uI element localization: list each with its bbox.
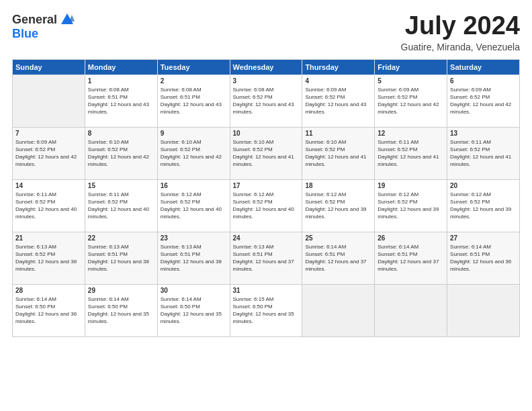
weekday-header-monday: Monday [85, 59, 157, 75]
calendar-cell [13, 75, 85, 127]
calendar-cell: 27Sunrise: 6:14 AMSunset: 6:51 PMDayligh… [447, 232, 520, 284]
header: General Blue July 2024 Guatire, Miranda,… [12, 12, 520, 52]
calendar-cell [302, 284, 375, 336]
cell-info: Sunrise: 6:08 AMSunset: 6:52 PMDaylight:… [233, 86, 300, 116]
weekday-header-sunday: Sunday [13, 59, 85, 75]
calendar-cell: 12Sunrise: 6:11 AMSunset: 6:52 PMDayligh… [375, 127, 447, 179]
calendar-cell: 2Sunrise: 6:08 AMSunset: 6:51 PMDaylight… [157, 75, 230, 127]
calendar-cell [447, 284, 520, 336]
day-number: 7 [15, 130, 82, 137]
week-row-1: 1Sunrise: 6:08 AMSunset: 6:51 PMDaylight… [13, 75, 520, 127]
cell-info: Sunrise: 6:09 AMSunset: 6:52 PMDaylight:… [378, 86, 444, 116]
logo-general: General [12, 13, 57, 27]
day-number: 6 [450, 77, 517, 85]
cell-info: Sunrise: 6:13 AMSunset: 6:52 PMDaylight:… [15, 243, 82, 273]
day-number: 4 [305, 77, 371, 85]
calendar-cell: 16Sunrise: 6:12 AMSunset: 6:52 PMDayligh… [157, 179, 230, 232]
cell-info: Sunrise: 6:11 AMSunset: 6:52 PMDaylight:… [378, 138, 444, 169]
cell-info: Sunrise: 6:11 AMSunset: 6:52 PMDaylight:… [15, 191, 82, 221]
calendar-cell: 20Sunrise: 6:12 AMSunset: 6:52 PMDayligh… [447, 179, 520, 232]
day-number: 15 [88, 182, 154, 189]
calendar-cell: 6Sunrise: 6:09 AMSunset: 6:52 PMDaylight… [447, 75, 520, 127]
location: Guatire, Miranda, Venezuela [401, 42, 520, 52]
day-number: 22 [88, 234, 154, 242]
calendar-cell: 28Sunrise: 6:14 AMSunset: 6:50 PMDayligh… [13, 284, 85, 336]
cell-info: Sunrise: 6:10 AMSunset: 6:52 PMDaylight:… [305, 138, 371, 169]
day-number: 26 [378, 234, 444, 242]
weekday-header-tuesday: Tuesday [157, 59, 230, 75]
cell-info: Sunrise: 6:11 AMSunset: 6:52 PMDaylight:… [450, 138, 517, 169]
calendar-cell: 29Sunrise: 6:14 AMSunset: 6:50 PMDayligh… [85, 284, 157, 336]
calendar-cell: 7Sunrise: 6:09 AMSunset: 6:52 PMDaylight… [13, 127, 85, 179]
cell-info: Sunrise: 6:13 AMSunset: 6:51 PMDaylight:… [233, 243, 300, 273]
cell-info: Sunrise: 6:12 AMSunset: 6:52 PMDaylight:… [305, 191, 371, 221]
cell-info: Sunrise: 6:11 AMSunset: 6:52 PMDaylight:… [88, 191, 154, 221]
day-number: 30 [161, 287, 227, 294]
cell-info: Sunrise: 6:12 AMSunset: 6:52 PMDaylight:… [378, 191, 444, 221]
day-number: 21 [15, 234, 82, 242]
cell-info: Sunrise: 6:10 AMSunset: 6:52 PMDaylight:… [88, 138, 154, 169]
week-row-2: 7Sunrise: 6:09 AMSunset: 6:52 PMDaylight… [13, 127, 520, 179]
weekday-header-saturday: Saturday [447, 59, 520, 75]
calendar-cell: 1Sunrise: 6:08 AMSunset: 6:51 PMDaylight… [85, 75, 157, 127]
calendar-cell: 8Sunrise: 6:10 AMSunset: 6:52 PMDaylight… [85, 127, 157, 179]
cell-info: Sunrise: 6:14 AMSunset: 6:51 PMDaylight:… [305, 243, 371, 273]
week-row-3: 14Sunrise: 6:11 AMSunset: 6:52 PMDayligh… [13, 179, 520, 232]
day-number: 31 [233, 287, 300, 294]
day-number: 12 [378, 130, 444, 137]
day-number: 20 [450, 182, 517, 189]
day-number: 1 [88, 77, 154, 85]
logo-icon [60, 12, 75, 27]
week-row-5: 28Sunrise: 6:14 AMSunset: 6:50 PMDayligh… [13, 284, 520, 336]
cell-info: Sunrise: 6:08 AMSunset: 6:51 PMDaylight:… [161, 86, 227, 116]
calendar-cell: 13Sunrise: 6:11 AMSunset: 6:52 PMDayligh… [447, 127, 520, 179]
logo-blue: Blue [12, 27, 38, 41]
calendar-table: SundayMondayTuesdayWednesdayThursdayFrid… [12, 59, 520, 337]
weekday-header-wednesday: Wednesday [230, 59, 302, 75]
cell-info: Sunrise: 6:14 AMSunset: 6:51 PMDaylight:… [450, 243, 517, 273]
day-number: 16 [161, 182, 227, 189]
day-number: 25 [305, 234, 371, 242]
day-number: 14 [15, 182, 82, 189]
day-number: 17 [233, 182, 300, 189]
calendar-cell: 15Sunrise: 6:11 AMSunset: 6:52 PMDayligh… [85, 179, 157, 232]
calendar-cell: 30Sunrise: 6:14 AMSunset: 6:50 PMDayligh… [157, 284, 230, 336]
calendar-cell: 23Sunrise: 6:13 AMSunset: 6:51 PMDayligh… [157, 232, 230, 284]
day-number: 27 [450, 234, 517, 242]
cell-info: Sunrise: 6:13 AMSunset: 6:51 PMDaylight:… [161, 243, 227, 273]
calendar-cell [375, 284, 447, 336]
day-number: 9 [161, 130, 227, 137]
logo: General Blue [12, 12, 75, 41]
cell-info: Sunrise: 6:10 AMSunset: 6:52 PMDaylight:… [233, 138, 300, 169]
day-number: 23 [161, 234, 227, 242]
calendar-cell: 11Sunrise: 6:10 AMSunset: 6:52 PMDayligh… [302, 127, 375, 179]
day-number: 11 [305, 130, 371, 137]
calendar-cell: 31Sunrise: 6:15 AMSunset: 6:50 PMDayligh… [230, 284, 302, 336]
day-number: 5 [378, 77, 444, 85]
weekday-header-thursday: Thursday [302, 59, 375, 75]
calendar-cell: 19Sunrise: 6:12 AMSunset: 6:52 PMDayligh… [375, 179, 447, 232]
page: General Blue July 2024 Guatire, Miranda,… [0, 0, 532, 411]
calendar-cell: 25Sunrise: 6:14 AMSunset: 6:51 PMDayligh… [302, 232, 375, 284]
day-number: 2 [161, 77, 227, 85]
calendar-cell: 4Sunrise: 6:09 AMSunset: 6:52 PMDaylight… [302, 75, 375, 127]
weekday-header-friday: Friday [375, 59, 447, 75]
calendar-cell: 17Sunrise: 6:12 AMSunset: 6:52 PMDayligh… [230, 179, 302, 232]
cell-info: Sunrise: 6:12 AMSunset: 6:52 PMDaylight:… [161, 191, 227, 221]
header-row: SundayMondayTuesdayWednesdayThursdayFrid… [13, 59, 520, 75]
cell-info: Sunrise: 6:09 AMSunset: 6:52 PMDaylight:… [305, 86, 371, 116]
month-title: July 2024 [401, 12, 520, 40]
calendar-cell: 26Sunrise: 6:14 AMSunset: 6:51 PMDayligh… [375, 232, 447, 284]
calendar-cell: 3Sunrise: 6:08 AMSunset: 6:52 PMDaylight… [230, 75, 302, 127]
calendar-cell: 24Sunrise: 6:13 AMSunset: 6:51 PMDayligh… [230, 232, 302, 284]
cell-info: Sunrise: 6:14 AMSunset: 6:50 PMDaylight:… [161, 295, 227, 326]
day-number: 8 [88, 130, 154, 137]
cell-info: Sunrise: 6:14 AMSunset: 6:51 PMDaylight:… [378, 243, 444, 273]
day-number: 3 [233, 77, 300, 85]
title-block: July 2024 Guatire, Miranda, Venezuela [401, 12, 520, 52]
calendar-cell: 5Sunrise: 6:09 AMSunset: 6:52 PMDaylight… [375, 75, 447, 127]
day-number: 10 [233, 130, 300, 137]
cell-info: Sunrise: 6:09 AMSunset: 6:52 PMDaylight:… [15, 138, 82, 169]
day-number: 13 [450, 130, 517, 137]
day-number: 28 [15, 287, 82, 294]
